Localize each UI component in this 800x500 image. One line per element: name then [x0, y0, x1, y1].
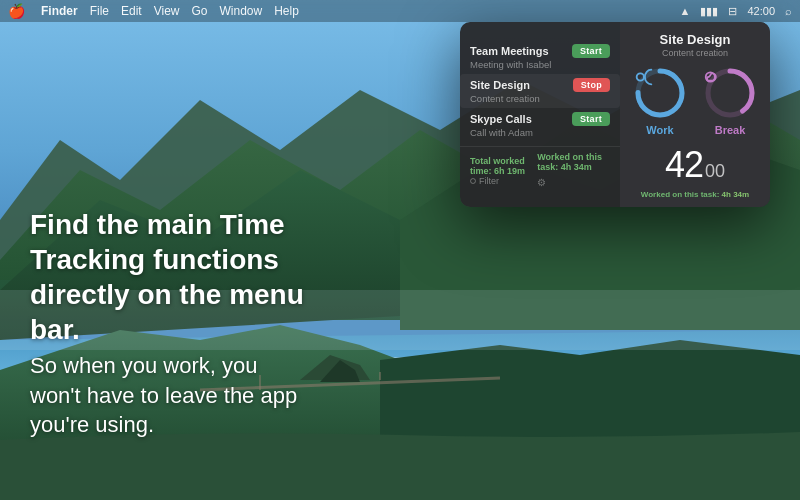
footer-left: Total worked time: 6h 19m Filter — [470, 156, 537, 186]
task-start-button[interactable]: Start — [572, 44, 610, 58]
task-description: Meeting with Isabel — [470, 59, 610, 70]
popup-body: Team Meetings Start Meeting with Isabel … — [460, 22, 770, 207]
break-ring — [703, 66, 757, 120]
menu-go[interactable]: Go — [192, 4, 208, 18]
task-item-team-meetings[interactable]: Team Meetings Start Meeting with Isabel — [460, 40, 620, 74]
wifi-icon[interactable]: ▲ — [680, 5, 691, 17]
task-description: Call with Adam — [470, 127, 610, 138]
active-task-panel: Site Design Content creation — [620, 22, 770, 207]
break-icon — [703, 66, 757, 120]
total-worked-stat: Total worked time: 6h 19m — [470, 156, 537, 176]
task-list: Team Meetings Start Meeting with Isabel … — [460, 32, 620, 146]
task-item-header: Site Design Stop — [470, 78, 610, 92]
work-circle[interactable]: Work — [633, 66, 687, 136]
task-name: Site Design — [470, 79, 530, 91]
menu-file[interactable]: File — [90, 4, 109, 18]
menu-window[interactable]: Window — [220, 4, 263, 18]
menubar-left: 🍎 Finder File Edit View Go Window Help — [8, 3, 299, 19]
footer-right: Worked on this task: 4h 34m ⚙ — [537, 152, 610, 190]
control-center-icon[interactable]: ⊟ — [728, 5, 737, 18]
work-label: Work — [646, 124, 673, 136]
search-icon[interactable]: ⌕ — [785, 5, 792, 17]
time-tracking-popup: Team Meetings Start Meeting with Isabel … — [460, 22, 770, 207]
overlay-bold-text: Find the main Time Tracking functions di… — [30, 207, 310, 347]
task-name: Skype Calls — [470, 113, 532, 125]
settings-icon[interactable]: ⚙ — [537, 177, 546, 188]
menu-help[interactable]: Help — [274, 4, 299, 18]
timer-display: 42 00 — [665, 144, 725, 186]
overlay-regular-text: So when you work, you won't have to leav… — [30, 353, 297, 437]
timer-seconds: 00 — [705, 161, 725, 182]
popup-footer: Total worked time: 6h 19m Filter Worked … — [460, 146, 620, 196]
menubar-right: ▲ ▮▮▮ ⊟ 42:00 ⌕ — [680, 5, 792, 18]
menu-edit[interactable]: Edit — [121, 4, 142, 18]
task-item-site-design[interactable]: Site Design Stop Content creation — [460, 74, 620, 108]
active-task-title: Site Design — [660, 32, 731, 47]
app-name[interactable]: Finder — [41, 4, 78, 18]
work-icon — [633, 66, 687, 120]
clock-display: 42:00 — [747, 5, 775, 17]
task-stop-button[interactable]: Stop — [573, 78, 610, 92]
task-description: Content creation — [470, 93, 610, 104]
menubar: 🍎 Finder File Edit View Go Window Help ▲… — [0, 0, 800, 22]
task-worked-stat: Worked on this task: 4h 34m — [537, 152, 610, 172]
overlay-text-block: Find the main Time Tracking functions di… — [30, 207, 310, 440]
task-item-header: Skype Calls Start — [470, 112, 610, 126]
filter-control[interactable]: Filter — [470, 176, 537, 186]
task-start-button[interactable]: Start — [572, 112, 610, 126]
break-label: Break — [715, 124, 746, 136]
timer-minutes: 42 — [665, 144, 703, 186]
svg-point-7 — [637, 73, 644, 80]
task-list-panel: Team Meetings Start Meeting with Isabel … — [460, 22, 620, 207]
filter-dot-icon — [470, 178, 476, 184]
menu-view[interactable]: View — [154, 4, 180, 18]
work-ring — [633, 66, 687, 120]
filter-label: Filter — [479, 176, 499, 186]
work-break-circles: Work — [633, 66, 757, 136]
break-circle[interactable]: Break — [703, 66, 757, 136]
task-name: Team Meetings — [470, 45, 549, 57]
battery-icon[interactable]: ▮▮▮ — [700, 5, 718, 18]
task-item-skype-calls[interactable]: Skype Calls Start Call with Adam — [460, 108, 620, 142]
active-task-subtitle: Content creation — [662, 48, 728, 58]
apple-menu[interactable]: 🍎 — [8, 3, 25, 19]
worked-on-task-stat: Worked on this task: 4h 34m — [641, 190, 749, 199]
task-item-header: Team Meetings Start — [470, 44, 610, 58]
